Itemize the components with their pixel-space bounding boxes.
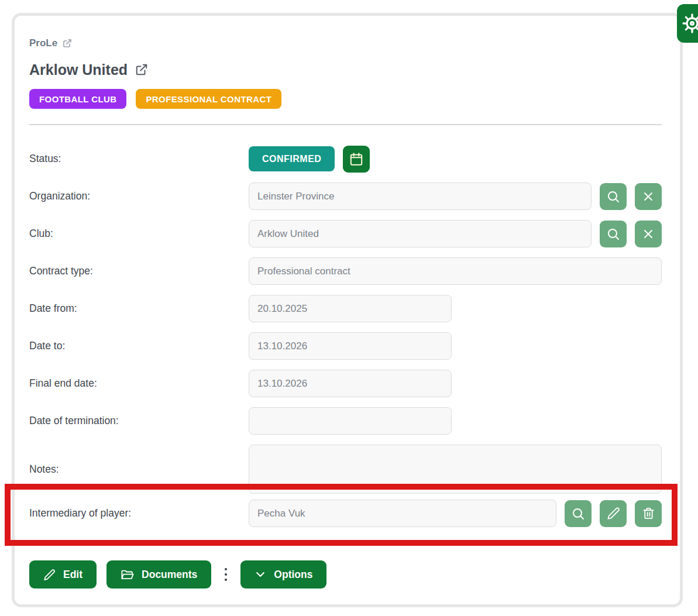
search-icon <box>571 507 585 521</box>
page-title: Arklow United <box>29 61 128 78</box>
edit-button-label: Edit <box>63 569 82 581</box>
organization-clear-button[interactable] <box>635 183 662 210</box>
chevron-down-icon <box>255 569 266 580</box>
form-row-notes: Notes: <box>29 445 662 494</box>
form-row-intermediary: Intermediary of player: <box>29 500 662 527</box>
form-row-final-end-date: Final end date: <box>29 370 662 397</box>
title-row: Arklow United <box>29 60 662 79</box>
status-label: Status: <box>29 153 249 165</box>
pencil-icon <box>43 569 56 581</box>
status-history-button[interactable] <box>343 146 370 173</box>
trash-icon <box>642 507 655 520</box>
gear-icon <box>682 13 698 34</box>
close-icon <box>641 190 655 204</box>
prole-link-label: ProLe <box>29 37 57 49</box>
date-from-label: Date from: <box>29 302 249 315</box>
documents-button-label: Documents <box>142 569 197 581</box>
contract-type-input[interactable] <box>249 257 662 285</box>
contract-form: Status: CONFIRMED Organization: <box>29 145 662 527</box>
more-actions-icon[interactable] <box>222 566 229 583</box>
form-row-date-from: Date from: <box>29 295 662 322</box>
intermediary-search-button[interactable] <box>565 500 592 527</box>
contract-type-badge: PROFESSIONAL CONTRACT <box>136 89 281 109</box>
open-entity-button[interactable] <box>135 63 148 76</box>
intermediary-input[interactable] <box>249 500 556 527</box>
date-to-label: Date to: <box>29 340 249 352</box>
external-link-icon <box>63 39 72 48</box>
options-button-label: Options <box>274 569 312 581</box>
club-input[interactable] <box>249 220 592 247</box>
external-link-icon <box>135 63 148 76</box>
organization-input[interactable] <box>249 183 592 210</box>
form-row-club: Club: <box>29 220 662 247</box>
contract-card: ProLe Arklow United FOOTBALL CLUB PROFES… <box>12 13 683 607</box>
header-divider <box>29 124 662 125</box>
club-type-badge: FOOTBALL CLUB <box>29 89 126 109</box>
status-badge: CONFIRMED <box>249 146 335 171</box>
prole-link[interactable]: ProLe <box>29 37 72 50</box>
date-from-input[interactable] <box>249 295 452 322</box>
club-clear-button[interactable] <box>635 221 662 247</box>
form-row-date-of-termination: Date of termination: <box>29 407 662 435</box>
calendar-icon <box>349 152 364 167</box>
final-end-date-input[interactable] <box>249 370 452 397</box>
date-of-termination-label: Date of termination: <box>29 415 249 427</box>
search-icon <box>606 190 620 204</box>
edit-button[interactable]: Edit <box>29 560 97 589</box>
options-button[interactable]: Options <box>240 560 326 589</box>
final-end-date-label: Final end date: <box>29 377 249 390</box>
action-bar: Edit Documents Options <box>29 560 662 589</box>
folder-open-icon <box>121 568 134 581</box>
organization-search-button[interactable] <box>600 183 627 210</box>
close-icon <box>641 227 655 241</box>
form-row-date-to: Date to: <box>29 332 662 360</box>
club-search-button[interactable] <box>600 221 627 247</box>
form-row-status: Status: CONFIRMED <box>29 145 662 173</box>
club-label: Club: <box>29 228 249 240</box>
search-icon <box>606 227 620 241</box>
date-to-input[interactable] <box>249 332 452 360</box>
documents-button[interactable]: Documents <box>106 560 211 589</box>
form-row-organization: Organization: <box>29 183 662 210</box>
organization-label: Organization: <box>29 190 249 202</box>
notes-label: Notes: <box>29 463 249 476</box>
intermediary-delete-button[interactable] <box>635 500 662 527</box>
badges-row: FOOTBALL CLUB PROFESSIONAL CONTRACT <box>29 89 662 109</box>
intermediary-label: Intermediary of player: <box>29 507 249 519</box>
settings-button[interactable] <box>677 4 698 43</box>
date-of-termination-input[interactable] <box>249 407 452 435</box>
notes-textarea[interactable] <box>249 445 662 494</box>
intermediary-edit-button[interactable] <box>600 500 627 527</box>
form-row-contract-type: Contract type: <box>29 257 662 285</box>
contract-type-label: Contract type: <box>29 265 249 277</box>
pencil-icon <box>607 507 620 520</box>
